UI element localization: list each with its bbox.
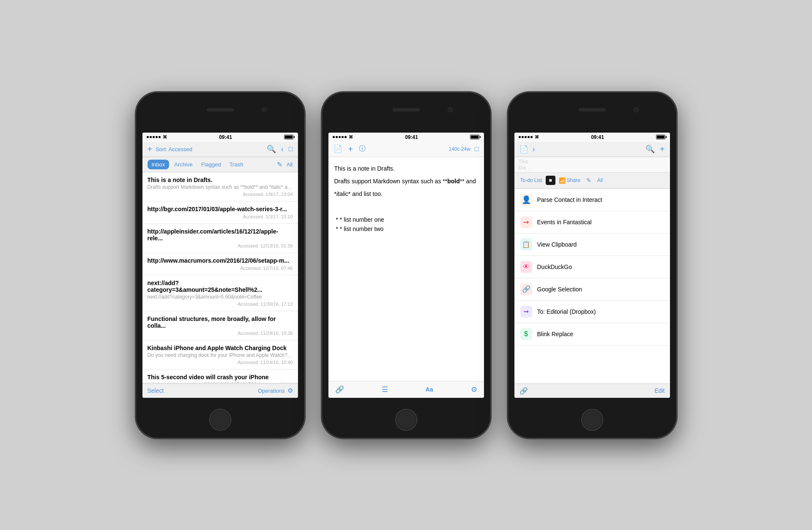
forward-icon-3[interactable]: › (533, 145, 535, 154)
tab3-dark[interactable]: ■ (546, 176, 555, 185)
link-icon-3[interactable]: 🔗 (519, 387, 528, 395)
operations-label-1[interactable]: Operations (258, 388, 285, 394)
bottom-bar-1: Select Operations ⚙ (142, 383, 298, 398)
action-item-parse-contact[interactable]: 👤 Parse Contact in Interact (514, 189, 670, 211)
action-item-fantastical[interactable]: ➞ Events in Fantastical (514, 211, 670, 234)
settings-icon-2[interactable]: ⚙ (471, 385, 477, 394)
compose-icon-1[interactable]: □ (289, 145, 293, 153)
signal-1: ⌘ (147, 135, 167, 139)
speaker-1 (207, 108, 234, 111)
battery-1 (284, 135, 293, 139)
toolbar-left-2: 📄 + ⓘ (334, 144, 366, 154)
note-title-3: http://appleinsider.com/articles/16/12/1… (148, 228, 293, 242)
tab-archive[interactable]: Archive (171, 160, 196, 169)
battery-2 (470, 135, 479, 139)
action-item-editorial[interactable]: ➞ To: Editorial (Dropbox) (514, 301, 670, 323)
note-date-2: Accessed: 1/3/17, 23:10 (148, 214, 293, 219)
list-item-2: * list number two (336, 224, 478, 234)
action-label-google: Google Selection (537, 286, 582, 293)
speaker-3 (579, 108, 606, 111)
note-date-3: Accessed: 12/13/16, 01:36 (148, 243, 293, 248)
signal-3: ⌘ (519, 135, 539, 139)
toolbar-1: + Sort: Accessed 🔍 ‹ □ (142, 142, 298, 157)
doc-icon-2[interactable]: 📄 (334, 144, 342, 154)
tab-inbox[interactable]: Inbox (148, 160, 170, 169)
editor-line-2: Drafts support Markdown syntax such as *… (334, 177, 478, 186)
phone-3: ⌘ 09:41 📄 › 🔍 + This Dra... To-do List (508, 92, 677, 438)
note-item-2[interactable]: http://bgr.com/2017/01/03/apple-watch-se… (142, 201, 298, 224)
note-title-1: This is a note in Drafts. (148, 177, 293, 183)
note-item-3[interactable]: http://appleinsider.com/articles/16/12/1… (142, 224, 298, 253)
action-icon-clipboard: 📋 (520, 239, 532, 250)
action-icon-fantastical: ➞ (520, 216, 532, 228)
note-preview-5: next://add?category=3&amount=5.60&note=C… (148, 294, 293, 300)
editor-area-2[interactable]: This is a note in Drafts. Drafts support… (328, 157, 484, 382)
tab3-share[interactable]: 📶 Share (556, 176, 583, 185)
toolbar-left-1: + Sort: Accessed (148, 144, 192, 154)
link-icon-2[interactable]: 🔗 (335, 385, 344, 394)
font-button-2[interactable]: Aa (426, 386, 433, 393)
action-item-google[interactable]: 🔗 Google Selection (514, 278, 670, 301)
add-button-2[interactable]: + (348, 144, 353, 154)
note-item-6[interactable]: Functional structures, more broadly, all… (142, 311, 298, 340)
fullscreen-icon-2[interactable]: □ (475, 145, 479, 153)
toolbar-2: 📄 + ⓘ 140c·24w □ (328, 142, 484, 157)
toolbar-right-2: 140c·24w □ (448, 145, 478, 153)
bg-note-3: This Dra... (514, 157, 670, 173)
search-icon-3[interactable]: 🔍 (645, 144, 655, 154)
add-button-3[interactable]: + (660, 144, 665, 154)
action-label-editorial: To: Editorial (Dropbox) (537, 308, 596, 315)
sort-label-1[interactable]: Sort: Accessed (156, 146, 192, 152)
note-title-8: This 5-second video will crash your iPho… (148, 374, 293, 381)
edit-button-3[interactable]: Edit (654, 387, 664, 394)
note-preview-1: Drafts support Markdown syntax such as *… (148, 184, 293, 190)
tabs-3: To-do List ■ 📶 Share ✎ All (514, 173, 670, 189)
note-date-7: Accessed: 11/24/16, 10:40 (148, 360, 293, 365)
search-icon-1[interactable]: 🔍 (267, 144, 276, 154)
home-button-3[interactable] (581, 409, 603, 431)
note-date-4: Accessed: 12/7/16, 07:46 (148, 266, 293, 271)
tab3-todo[interactable]: To-do List (518, 176, 545, 185)
doc-icon-3[interactable]: 📄 (519, 145, 528, 154)
editor-spacer (334, 202, 478, 212)
time-1: 09:41 (219, 134, 232, 140)
list-icon-2[interactable]: ☰ (382, 385, 388, 394)
toolbar-3: 📄 › 🔍 + (514, 142, 670, 157)
camera-2 (448, 107, 453, 112)
note-item-1[interactable]: This is a note in Drafts. Drafts support… (142, 172, 298, 201)
action-item-blink[interactable]: $ Blink Replace (514, 323, 670, 345)
note-title-4: http://www.macrumors.com/2016/12/06/seta… (148, 257, 293, 264)
note-date-5: Accessed: 11/30/16, 17:13 (148, 302, 293, 307)
note-item-7[interactable]: Kinbashi iPhone and Apple Watch Charging… (142, 340, 298, 370)
back-icon-1[interactable]: ‹ (281, 145, 284, 154)
action-item-clipboard[interactable]: 📋 View Clipboard (514, 234, 670, 256)
note-item-8[interactable]: This 5-second video will crash your iPho… (142, 370, 298, 383)
signal-dots-2 (333, 136, 347, 138)
pencil-icon-1[interactable]: ✎ (277, 160, 282, 169)
tab3-all[interactable]: All (595, 176, 605, 185)
note-title-6: Functional structures, more broadly, all… (148, 315, 293, 329)
tab-flagged[interactable]: Flagged (198, 160, 224, 169)
home-button-1[interactable] (209, 409, 231, 431)
toolbar-right-1: 🔍 ‹ □ (267, 144, 293, 154)
action-label-duckduckgo: DuckDuckGo (537, 264, 572, 270)
info-icon-2[interactable]: ⓘ (359, 144, 366, 154)
tab-trash[interactable]: Trash (226, 160, 247, 169)
note-item-5[interactable]: next://add?category=3&amount=25&note=She… (142, 275, 298, 311)
signal-dots-3 (519, 136, 533, 138)
add-button-1[interactable]: + (148, 144, 153, 154)
home-button-2[interactable] (395, 409, 417, 431)
all-label-1[interactable]: All (287, 161, 293, 168)
status-bar-2: ⌘ 09:41 (328, 133, 484, 142)
note-title-5: next://add?category=3&amount=25&note=She… (148, 280, 293, 293)
note-item-4[interactable]: http://www.macrumors.com/2016/12/06/seta… (142, 253, 298, 275)
settings-icon-1[interactable]: ⚙ (287, 387, 293, 394)
select-button-1[interactable]: Select (148, 387, 164, 394)
action-item-duckduckgo[interactable]: 👁 DuckDuckGo (514, 256, 670, 278)
note-title-7: Kinbashi iPhone and Apple Watch Charging… (148, 345, 293, 351)
toolbar-right-3: 🔍 + (645, 144, 665, 154)
tab3-pencil[interactable]: ✎ (584, 175, 594, 185)
action-icon-editorial: ➞ (520, 306, 532, 318)
toolbar-left-3: 📄 › (519, 145, 535, 154)
tabs-1: Inbox Archive Flagged Trash ✎ All (142, 157, 298, 172)
